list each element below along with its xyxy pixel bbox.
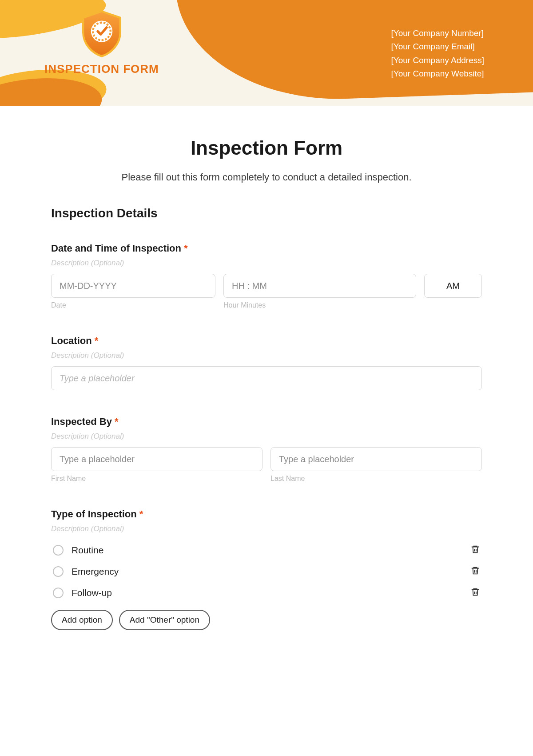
description-placeholder[interactable]: Description (Optional) [51, 259, 482, 268]
radio-label: Follow-up [72, 588, 112, 598]
field-location: Location * Description (Optional) Type a… [51, 335, 482, 390]
first-name-input[interactable]: Type a placeholder [51, 447, 263, 471]
page-subtitle: Please fill out this form completely to … [51, 172, 482, 183]
required-asterisk: * [184, 243, 188, 254]
field-label: Inspected By * [51, 416, 482, 428]
field-label: Date and Time of Inspection * [51, 243, 482, 254]
section-heading-details: Inspection Details [51, 206, 482, 220]
radio-label: Emergency [72, 566, 119, 577]
time-input[interactable]: HH : MM [223, 274, 416, 298]
company-info: [Your Company Number] [Your Company Emai… [391, 27, 484, 81]
company-address: [Your Company Address] [391, 54, 484, 67]
field-sublabel: Hour Minutes [223, 301, 416, 309]
location-input[interactable]: Type a placeholder [51, 366, 482, 390]
company-website: [Your Company Website] [391, 67, 484, 80]
header-banner: INSPECTION FORM [Your Company Number] [Y… [0, 0, 533, 106]
date-input[interactable]: MM-DD-YYYY [51, 274, 215, 298]
required-asterisk: * [95, 335, 99, 346]
description-placeholder[interactable]: Description (Optional) [51, 351, 482, 360]
label-text: Type of Inspection [51, 508, 137, 520]
field-date-time: Date and Time of Inspection * Descriptio… [51, 243, 482, 309]
field-sublabel: First Name [51, 475, 263, 483]
logo-block: INSPECTION FORM [44, 9, 159, 76]
description-placeholder[interactable]: Description (Optional) [51, 524, 482, 533]
radio-input[interactable] [53, 545, 64, 556]
trash-icon[interactable] [470, 565, 480, 578]
field-type: Type of Inspection * Description (Option… [51, 508, 482, 630]
radio-label: Routine [72, 545, 103, 556]
radio-option: Follow-up [51, 582, 482, 604]
required-asterisk: * [139, 508, 143, 520]
radio-option: Emergency [51, 561, 482, 582]
description-placeholder[interactable]: Description (Optional) [51, 432, 482, 441]
trash-icon[interactable] [470, 587, 480, 599]
logo-text: INSPECTION FORM [44, 62, 159, 76]
radio-option: Routine [51, 540, 482, 561]
shield-badge-icon [75, 9, 128, 58]
required-asterisk: * [115, 416, 119, 427]
add-other-option-button[interactable]: Add "Other" option [119, 610, 210, 630]
last-name-input[interactable]: Type a placeholder [270, 447, 482, 471]
field-label: Type of Inspection * [51, 508, 482, 520]
trash-icon[interactable] [470, 544, 480, 556]
label-text: Inspected By [51, 416, 112, 427]
field-label: Location * [51, 335, 482, 347]
field-sublabel: Date [51, 301, 215, 309]
label-text: Date and Time of Inspection [51, 243, 181, 254]
field-inspected-by: Inspected By * Description (Optional) Ty… [51, 416, 482, 483]
label-text: Location [51, 335, 92, 346]
ampm-select[interactable]: AM [424, 274, 482, 298]
radio-input[interactable] [53, 588, 64, 598]
add-option-button[interactable]: Add option [51, 610, 113, 630]
field-sublabel: Last Name [270, 475, 482, 483]
radio-input[interactable] [53, 566, 64, 577]
company-email: [Your Company Email] [391, 40, 484, 53]
company-number: [Your Company Number] [391, 27, 484, 40]
form-content: Inspection Form Please fill out this for… [0, 106, 533, 630]
page-title: Inspection Form [51, 137, 482, 159]
